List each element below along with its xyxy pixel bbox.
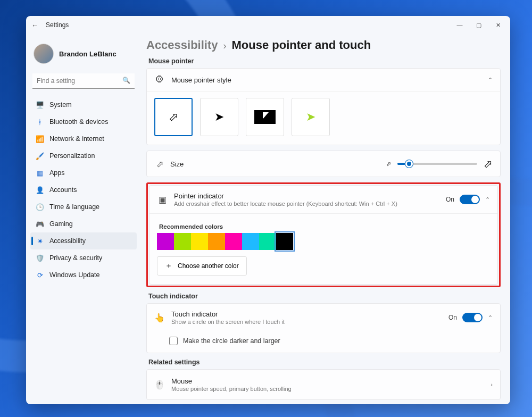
recommended-colors-label: Recommended colors [159,223,490,230]
pointer-indicator-title: Pointer indicator [174,192,439,200]
pointer-style-inverted[interactable] [246,98,284,136]
sidebar-item-label: Windows Update [49,271,100,279]
color-swatch[interactable] [208,233,225,250]
search-icon[interactable]: 🔍 [122,77,130,84]
section-mouse-pointer-heading: Mouse pointer [148,57,501,65]
breadcrumb-current: Mouse pointer and touch [232,38,371,52]
size-min-icon: ⬀ [386,161,391,168]
pointer-indicator-card: ▣ Pointer indicator Add crosshair effect… [149,185,498,285]
plus-icon: ＋ [165,261,172,271]
settings-window: ← Settings ― ▢ ✕ Brandon LeBlanc 🔍 🖥️Sys… [26,16,510,404]
chevron-up-icon[interactable]: ⌃ [488,314,493,321]
related-mouse-title: Mouse [171,377,484,385]
touch-indicator-title: Touch indicator [171,310,442,318]
sidebar-item-accessibility[interactable]: ✷Accessibility [30,232,137,249]
minimize-button[interactable]: ― [451,18,469,32]
sidebar-item-label: Apps [49,169,65,177]
mouse-icon: 🖱️ [154,380,165,390]
profile-name: Brandon LeBlanc [59,50,117,58]
pointer-style-white[interactable]: ⬀ [154,98,193,136]
search: 🔍 [32,73,135,89]
main-content: Accessibility › Mouse pointer and touch … [141,34,510,404]
breadcrumb-parent[interactable]: Accessibility [146,38,218,52]
pointer-indicator-toggle[interactable] [460,195,480,204]
mouse-pointer-style-card: ⭗ Mouse pointer style ⌃ ⬀ ➤ ➤ [146,68,501,145]
pointer-indicator-icon: ▣ [157,195,168,205]
choose-another-color-button[interactable]: ＋ Choose another color [157,256,247,276]
nav: 🖥️SystemᚼBluetooth & devices📶Network & i… [30,96,137,283]
pointer-style-custom[interactable]: ➤ [292,98,330,136]
sidebar-item-gaming[interactable]: 🎮Gaming [30,215,137,232]
sidebar-item-bluetooth-devices[interactable]: ᚼBluetooth & devices [30,113,137,130]
color-swatch[interactable] [157,233,174,250]
sidebar-item-network-internet[interactable]: 📶Network & internet [30,130,137,147]
touch-indicator-subtitle: Show a circle on the screen where I touc… [171,319,442,325]
sidebar-icon: ✷ [36,237,44,245]
chevron-right-icon: › [223,40,227,52]
sidebar: Brandon LeBlanc 🔍 🖥️SystemᚼBluetooth & d… [26,34,141,404]
sidebar-item-label: Accounts [49,186,77,194]
sidebar-item-label: Privacy & security [49,254,102,262]
sidebar-icon: ⟳ [36,271,44,279]
touch-icon: 👆 [154,313,165,323]
darker-larger-label: Make the circle darker and larger [183,337,280,345]
size-card: ⬀ Size ⬀ ⬀ [146,151,501,177]
titlebar: ← Settings ― ▢ ✕ [26,16,510,34]
profile[interactable]: Brandon LeBlanc [30,38,137,73]
sidebar-item-label: Personalization [49,152,95,160]
pointer-indicator-subtitle: Add crosshair effect to better locate mo… [174,201,439,207]
sidebar-icon: 📶 [36,135,44,143]
sidebar-icon: 🖥️ [36,101,44,109]
color-swatch[interactable] [225,233,242,250]
color-swatch[interactable] [174,233,191,250]
related-mouse-card[interactable]: 🖱️ Mouse Mouse pointer speed, primary bu… [146,369,501,400]
search-input[interactable] [32,73,135,89]
sidebar-item-label: Time & language [49,203,99,211]
sidebar-item-time-language[interactable]: 🕒Time & language [30,198,137,215]
touch-indicator-state: On [448,314,457,321]
sidebar-icon: ᚼ [36,118,44,126]
close-button[interactable]: ✕ [489,18,507,32]
sidebar-icon: 🛡️ [36,254,44,262]
sidebar-item-label: Gaming [49,220,73,228]
darker-larger-checkbox[interactable] [169,337,178,345]
sidebar-item-system[interactable]: 🖥️System [30,96,137,113]
sidebar-item-label: System [49,101,72,109]
sidebar-item-personalization[interactable]: 🖌️Personalization [30,147,137,164]
chevron-up-icon[interactable]: ⌃ [488,77,493,84]
annotation-highlight: ▣ Pointer indicator Add crosshair effect… [146,182,501,287]
color-swatch[interactable] [191,233,208,250]
sidebar-icon: 👤 [36,186,44,194]
color-swatch[interactable] [242,233,259,250]
color-swatch[interactable] [259,233,276,250]
sidebar-item-label: Accessibility [49,237,86,245]
sidebar-icon: 🕒 [36,203,44,211]
cursor-icon: ⭗ [154,75,165,85]
sidebar-item-privacy-security[interactable]: 🛡️Privacy & security [30,249,137,266]
sidebar-item-accounts[interactable]: 👤Accounts [30,181,137,198]
chevron-right-icon: › [491,381,493,388]
section-related-heading: Related settings [148,358,501,366]
sidebar-item-apps[interactable]: ▦Apps [30,164,137,181]
maximize-button[interactable]: ▢ [470,18,488,32]
size-slider[interactable] [397,163,477,165]
color-swatches [157,233,490,250]
sidebar-icon: 🎮 [36,220,44,228]
section-touch-indicator-heading: Touch indicator [148,293,501,300]
chevron-up-icon[interactable]: ⌃ [485,196,490,203]
sidebar-item-windows-update[interactable]: ⟳Windows Update [30,266,137,283]
color-swatch[interactable] [276,233,293,250]
back-icon[interactable]: ← [31,21,38,29]
sidebar-icon: ▦ [36,169,44,177]
sidebar-item-label: Bluetooth & devices [49,118,109,126]
size-title: Size [170,160,184,168]
touch-indicator-toggle[interactable] [462,313,483,322]
related-mouse-subtitle: Mouse pointer speed, primary button, scr… [171,386,484,392]
sidebar-item-label: Network & internet [49,135,104,143]
choose-another-label: Choose another color [178,262,239,270]
size-max-icon: ⬀ [484,157,493,170]
avatar [34,44,54,64]
breadcrumb: Accessibility › Mouse pointer and touch [146,38,501,52]
pointer-style-black[interactable]: ➤ [200,98,238,136]
pointer-indicator-state: On [446,196,454,203]
